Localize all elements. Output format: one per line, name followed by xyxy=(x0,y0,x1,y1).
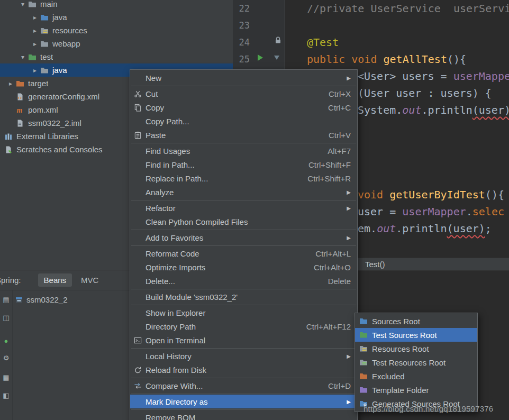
collapse-arrow-icon[interactable]: ▾ xyxy=(17,1,28,8)
submenu-arrow-icon: ▶ xyxy=(347,399,351,405)
code-token: ; xyxy=(485,222,492,235)
code-line[interactable]: void getUserByIdTest(){ xyxy=(358,186,504,203)
menu-separator xyxy=(131,348,356,349)
menu-item-local-history[interactable]: Local History▶ xyxy=(130,349,357,363)
tab-beans[interactable]: Beans xyxy=(38,273,72,287)
svg-text:m: m xyxy=(17,106,23,114)
menu-item-optimize-imports[interactable]: Optimize ImportsCtrl+Alt+O xyxy=(130,260,357,274)
tree-item-label: target xyxy=(28,79,48,88)
menu-separator xyxy=(131,409,356,410)
tool-window-button-4[interactable]: ⚙ xyxy=(1,353,11,363)
menu-item-reformat-code[interactable]: Reformat CodeCtrl+Alt+L xyxy=(130,246,357,260)
menu-item-add-to-favorites[interactable]: Add to Favorites▶ xyxy=(130,231,357,244)
file-maven-icon: m xyxy=(16,106,24,114)
submenu-item-label: Sources Root xyxy=(372,317,420,326)
watermark: https://blog.csdn.net/gq1819597376 xyxy=(363,404,493,413)
tool-window-button-6[interactable]: ◧ xyxy=(1,390,11,400)
submenu-item-excluded[interactable]: Excluded xyxy=(355,369,477,383)
tree-item-main[interactable]: ▾main xyxy=(0,0,233,11)
submenu-item-test-sources-root[interactable]: Test Sources Root xyxy=(355,328,477,342)
expand-arrow-icon[interactable]: ▸ xyxy=(5,80,16,87)
code-line[interactable]: //private UserService userServi xyxy=(307,0,509,17)
menu-item-paste[interactable]: PasteCtrl+V xyxy=(130,128,357,142)
tool-window-button-5[interactable]: ▦ xyxy=(1,372,11,382)
tool-window-button-3[interactable]: ● xyxy=(1,336,11,346)
menu-item-label: Reload from Disk xyxy=(146,366,351,375)
menu-item-shortcut: Ctrl+Alt+F12 xyxy=(306,322,351,331)
spring-tree-item[interactable]: ssm0322_2 xyxy=(12,293,68,306)
tree-item-label: main xyxy=(40,0,58,8)
expand-arrow-icon[interactable]: ▸ xyxy=(30,27,40,34)
tab-mvc[interactable]: MVC xyxy=(75,273,104,287)
tool-window-button-2[interactable]: ◫ xyxy=(1,313,11,323)
expand-arrow-icon[interactable]: ▸ xyxy=(30,67,40,74)
code-token: .println xyxy=(396,222,447,235)
tree-item-label: generatorConfig.xml xyxy=(28,92,99,101)
collapse-arrow-icon[interactable]: ▾ xyxy=(17,53,28,61)
menu-item-remove-bom[interactable]: Remove BOM xyxy=(130,410,357,420)
menu-item-new[interactable]: New▶ xyxy=(130,71,357,85)
spring-tree-item-label: ssm0322_2 xyxy=(26,295,68,304)
code-line[interactable]: user = userMapper.selec xyxy=(358,203,504,220)
menu-item-cut[interactable]: CutCtrl+X xyxy=(130,87,357,101)
tree-item-webapp[interactable]: ▸webapp xyxy=(0,37,233,50)
folder-resources-icon xyxy=(359,344,369,353)
menu-item-shortcut: Ctrl+V xyxy=(329,131,351,140)
menu-item-clean-python-compiled-files[interactable]: Clean Python Compiled Files xyxy=(130,215,357,229)
code-token: void xyxy=(351,53,383,66)
menu-item-reload-from-disk[interactable]: Reload from Disk xyxy=(130,363,357,377)
code-token: void xyxy=(358,188,389,201)
code-line[interactable]: em.out.println(user); xyxy=(358,220,492,237)
menu-item-build-module-ssm0322-2[interactable]: Build Module 'ssm0322_2' xyxy=(130,290,357,304)
paste-icon xyxy=(134,131,146,139)
tree-item-java[interactable]: ▸java xyxy=(0,11,233,24)
menu-item-copy[interactable]: CopyCtrl+C xyxy=(130,101,357,114)
menu-item-refactor[interactable]: Refactor▶ xyxy=(130,201,357,215)
menu-item-find-in-path[interactable]: Find in Path...Ctrl+Shift+F xyxy=(130,158,357,171)
menu-separator xyxy=(131,143,356,143)
menu-item-find-usages[interactable]: Find UsagesAlt+F7 xyxy=(130,144,357,158)
expand-arrow-icon[interactable]: ▸ xyxy=(30,14,40,21)
submenu-item-resources-root[interactable]: Resources Root xyxy=(355,342,477,355)
menu-item-directory-path[interactable]: Directory PathCtrl+Alt+F12 xyxy=(130,319,357,333)
menu-item-compare-with[interactable]: Compare With...Ctrl+D xyxy=(130,379,357,392)
menu-item-label: Compare With... xyxy=(146,381,321,390)
expand-arrow-icon[interactable]: ▸ xyxy=(30,40,40,48)
fold-marker-icon[interactable] xyxy=(273,54,280,61)
menu-item-shortcut: Alt+F7 xyxy=(328,147,351,156)
menu-item-mark-directory-as[interactable]: Mark Directory as▶ xyxy=(130,395,357,408)
run-test-icon[interactable] xyxy=(257,54,263,61)
code-line[interactable]: <User> users = userMappe xyxy=(358,68,509,85)
menu-item-label: Mark Directory as xyxy=(146,397,341,406)
menu-item-copy-path[interactable]: Copy Path... xyxy=(130,114,357,128)
submenu-item-test-resources-root[interactable]: Test Resources Root xyxy=(355,355,477,369)
code-token: //private UserService userServi xyxy=(307,2,509,15)
submenu-arrow-icon: ▶ xyxy=(347,353,351,359)
tool-window-button-1[interactable]: ▤ xyxy=(1,295,11,305)
code-token: @Test xyxy=(307,36,339,49)
scratches-icon xyxy=(4,145,13,154)
submenu-item-sources-root[interactable]: Sources Root xyxy=(355,314,477,328)
code-line[interactable]: System.out.println(user) xyxy=(358,102,509,118)
menu-item-replace-in-path[interactable]: Replace in Path...Ctrl+Shift+R xyxy=(130,171,357,185)
folder-icon xyxy=(40,66,49,75)
tree-item-resources[interactable]: ▸resources xyxy=(0,24,233,37)
menu-item-label: Optimize Imports xyxy=(146,263,306,272)
code-line[interactable]: (User user : users) { xyxy=(358,85,492,102)
menu-item-delete[interactable]: Delete...Delete xyxy=(130,274,357,288)
menu-item-analyze[interactable]: Analyze▶ xyxy=(130,185,357,199)
menu-item-label: Open in Terminal xyxy=(146,336,351,345)
code-token: (){ xyxy=(485,188,504,201)
submenu-arrow-icon: ▶ xyxy=(347,235,351,241)
mark-directory-as-submenu: Sources RootTest Sources RootResources R… xyxy=(355,313,478,412)
code-line[interactable]: @Test xyxy=(307,34,339,51)
menu-item-show-in-explorer[interactable]: Show in Explorer xyxy=(130,306,357,319)
submenu-item-template-folder[interactable]: Template Folder xyxy=(355,383,477,397)
menu-item-open-in-terminal[interactable]: Open in Terminal xyxy=(130,333,357,347)
tree-item-test[interactable]: ▾test xyxy=(0,50,233,63)
code-line[interactable]: public void getAllTest(){ xyxy=(307,51,466,68)
gutter-lock-icon xyxy=(275,36,281,44)
folder-excluded-icon xyxy=(16,79,24,88)
line-number: 24 xyxy=(234,34,250,51)
tree-item-label: resources xyxy=(52,26,87,35)
